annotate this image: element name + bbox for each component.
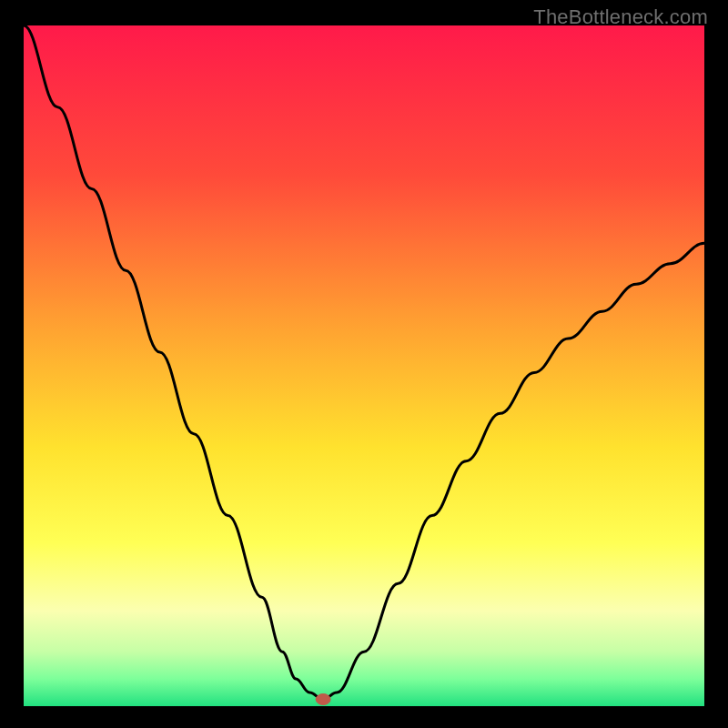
optimal-point-marker [316, 694, 330, 705]
plot-area [24, 25, 704, 706]
chart-background [24, 25, 704, 706]
watermark-text: TheBottleneck.com [533, 5, 708, 29]
chart-svg [24, 25, 704, 706]
chart-frame: TheBottleneck.com [0, 0, 728, 728]
